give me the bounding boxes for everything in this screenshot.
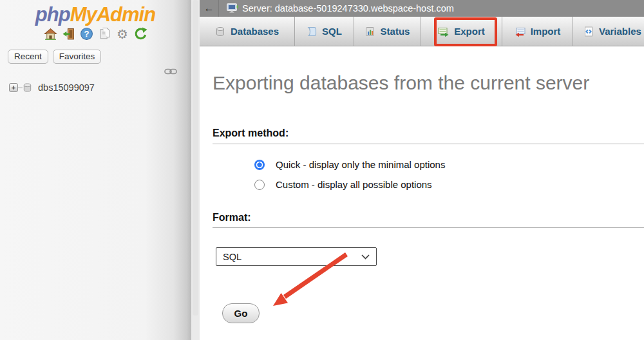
chevron-down-icon [361,254,370,260]
databases-icon [215,26,225,37]
tab-label: Status [381,26,410,37]
sql-icon [307,26,317,37]
tab-databases[interactable]: Databases [200,17,295,46]
page-title: Exporting databases from the current ser… [213,72,589,94]
database-tree-item[interactable]: dbs15099097 [38,82,95,93]
back-arrow-button[interactable]: ← [200,0,219,17]
help-icon[interactable]: ? [80,27,93,41]
export-icon [438,26,449,37]
logout-icon[interactable] [62,27,75,41]
database-icon [23,82,32,93]
logo-text-myadmin: MyAdmin [70,3,156,26]
tab-label: Databases [231,26,279,37]
divider [213,227,644,228]
favorites-button[interactable]: Favorites [53,50,102,64]
tab-label: Import [531,26,561,37]
server-title: Server: database-5019247330.webspace-hos… [227,3,454,14]
radio-quick-label: Quick - display only the minimal options [276,159,445,170]
format-select-value: SQL [223,252,361,262]
tab-label: Variables [599,26,641,37]
panel-scrollbar[interactable] [191,0,200,340]
tab-bar: Databases SQL [200,17,644,46]
radio-quick-selected[interactable] [254,160,265,170]
sidebar: phpMyAdmin [0,0,191,340]
sidebar-nav-icons: ? ⚙ [0,27,191,41]
logo-text-php: php [35,3,70,26]
tab-export[interactable]: Export [421,17,502,46]
tab-label: SQL [322,26,342,37]
export-page-content: Exporting databases from the current ser… [200,46,644,340]
sidebar-quick-access: Recent Favorites [8,50,101,64]
variables-icon [583,26,594,37]
divider [213,144,644,144]
server-label: Server: database-5019247330.webspace-hos… [242,3,454,14]
status-icon [365,26,375,37]
export-method-option-custom[interactable]: Custom - display all possible options [254,179,432,190]
link-icon[interactable] [164,66,177,78]
export-method-option-quick[interactable]: Quick - display only the minimal options [254,159,445,170]
recent-button[interactable]: Recent [8,50,48,64]
tab-variables[interactable]: Variables [573,17,644,46]
home-icon[interactable] [44,27,57,41]
tab-status[interactable]: Status [354,17,421,46]
radio-custom-label: Custom - display all possible options [276,179,432,190]
tab-import[interactable]: Import [502,17,573,46]
tab-sql[interactable]: SQL [295,17,354,46]
tree-expand-button[interactable]: + [9,83,18,92]
radio-custom-unselected[interactable] [254,180,265,190]
export-method-label: Export method: [213,128,289,139]
phpmyadmin-screen: phpMyAdmin [0,0,644,340]
phpmyadmin-logo: phpMyAdmin [0,3,191,26]
format-label: Format: [213,212,251,223]
settings-icon[interactable]: ⚙ [116,27,129,41]
server-bar: ← Server: database-5019247330.webspace-h… [200,0,644,17]
tab-label: Export [454,26,485,37]
server-icon [227,3,238,14]
documentation-icon[interactable] [98,27,111,41]
svg-text:?: ? [84,29,89,39]
import-icon [515,26,526,37]
database-tree-row: + dbs15099097 [9,82,95,93]
main-panel: ← Server: database-5019247330.webspace-h… [200,0,644,340]
refresh-icon[interactable] [134,27,147,41]
tree-connector [18,88,23,88]
format-select[interactable]: SQL [216,247,377,266]
go-button[interactable]: Go [222,303,260,323]
